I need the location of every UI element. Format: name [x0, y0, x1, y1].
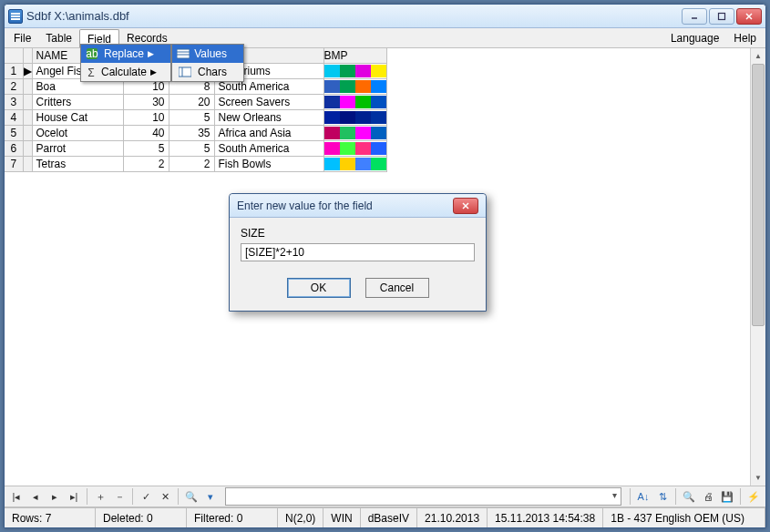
cell-size[interactable]: 30	[123, 95, 169, 110]
filter-icon[interactable]: ▾	[202, 488, 219, 505]
scroll-up-button[interactable]: ▲	[751, 48, 765, 64]
cell-size[interactable]: 5	[123, 141, 169, 157]
cell-bmp[interactable]	[323, 157, 386, 172]
rownum-header	[5, 48, 23, 64]
scroll-thumb[interactable]	[752, 64, 765, 326]
row-marker	[23, 79, 32, 95]
sort-toggle-icon[interactable]: ⇅	[654, 488, 671, 505]
table-row[interactable]: 4House Cat105New Orleans	[5, 110, 386, 126]
cell-bmp[interactable]	[323, 95, 386, 110]
row-number: 4	[5, 110, 23, 126]
menu-language[interactable]: Language	[663, 28, 726, 47]
delete-record-button[interactable]: －	[111, 488, 128, 505]
cell-area[interactable]: Fish Bowls	[214, 157, 323, 172]
sort-asc-icon[interactable]: A↓	[635, 488, 652, 505]
status-db: dBaseIV	[361, 508, 417, 527]
dialog-title: Enter new value for the field	[237, 200, 453, 212]
submenu-values[interactable]: Values	[172, 45, 243, 63]
svg-text:ab: ab	[87, 47, 99, 60]
cell-size[interactable]: 10	[123, 110, 169, 126]
statusbar: Rows: 7 Deleted: 0 Filtered: 0 N(2,0) WI…	[5, 507, 765, 527]
status-filtered: Filtered: 0	[187, 508, 278, 527]
first-record-button[interactable]: |◂	[8, 488, 25, 505]
status-date: 21.10.2013	[417, 508, 488, 527]
row-marker	[23, 110, 32, 126]
replace-submenu: Values Chars	[171, 44, 244, 82]
cancel-edit-button[interactable]: ✕	[157, 488, 173, 505]
last-record-button[interactable]: ▸|	[66, 488, 82, 505]
cell-weight[interactable]: 5	[169, 141, 214, 157]
cell-size[interactable]: 2	[123, 157, 169, 172]
cell-bmp[interactable]	[323, 64, 386, 79]
cell-area[interactable]: South America	[214, 141, 323, 157]
table-row[interactable]: 6Parrot55South America	[5, 141, 386, 157]
input-dialog: Enter new value for the field SIZE OK Ca…	[229, 193, 487, 312]
nav-toolbar: |◂ ◂ ▸ ▸| ＋ － ✓ ✕ 🔍 ▾ A↓ ⇅ 🔍 🖨 💾 ⚡	[5, 486, 765, 507]
cell-bmp[interactable]	[323, 110, 386, 126]
cell-weight[interactable]: 5	[169, 110, 214, 126]
chars-icon	[176, 65, 194, 79]
cell-bmp[interactable]	[323, 141, 386, 157]
col-header-bmp[interactable]: BMP	[323, 48, 386, 64]
vertical-scrollbar[interactable]: ▲ ▼	[750, 48, 765, 486]
submenu-arrow-icon: ▶	[148, 49, 154, 58]
cancel-button[interactable]: Cancel	[365, 278, 429, 298]
zoom-icon[interactable]: 🔍	[681, 488, 697, 505]
field-dropdown: ab Replace ▶ Σ Calculate ▶	[80, 44, 171, 82]
menu-file[interactable]: File	[6, 28, 38, 47]
export-icon[interactable]: 💾	[719, 488, 735, 505]
row-marker	[23, 126, 32, 141]
menu-replace[interactable]: ab Replace ▶	[81, 45, 170, 63]
cell-area[interactable]: New Orleans	[214, 110, 323, 126]
next-record-button[interactable]: ▸	[46, 488, 63, 505]
status-deleted: Deleted: 0	[96, 508, 187, 527]
table-row[interactable]: 7Tetras22Fish Bowls	[5, 157, 386, 172]
cell-size[interactable]: 40	[123, 126, 169, 141]
values-icon	[176, 46, 190, 61]
add-record-button[interactable]: ＋	[92, 488, 108, 505]
ok-button[interactable]: OK	[287, 278, 351, 298]
dialog-titlebar[interactable]: Enter new value for the field	[230, 194, 486, 218]
dialog-field-label: SIZE	[241, 227, 475, 240]
binoculars-icon[interactable]: 🔍	[183, 488, 200, 505]
cell-name[interactable]: Critters	[32, 95, 123, 110]
dialog-close-button[interactable]	[453, 198, 478, 214]
lightning-icon[interactable]: ⚡	[745, 488, 762, 505]
row-number: 5	[5, 126, 23, 141]
minimize-button[interactable]	[682, 8, 707, 25]
cell-area[interactable]: Screen Savers	[214, 95, 323, 110]
table-row[interactable]: 5Ocelot4035Africa and Asia	[5, 126, 386, 141]
row-number: 7	[5, 157, 23, 172]
cell-name[interactable]: Tetras	[32, 157, 123, 172]
status-os: WIN	[323, 508, 360, 527]
cell-name[interactable]: House Cat	[32, 110, 123, 126]
window-title: Sdbf X:\animals.dbf	[26, 9, 682, 23]
submenu-arrow-icon: ▶	[150, 67, 157, 77]
dialog-value-input[interactable]	[241, 243, 475, 261]
status-type: N(2,0)	[278, 508, 323, 527]
cell-name[interactable]: Ocelot	[32, 126, 123, 141]
maximize-button[interactable]	[709, 8, 734, 25]
prev-record-button[interactable]: ◂	[27, 488, 44, 505]
filter-input[interactable]	[225, 487, 621, 506]
scroll-down-button[interactable]: ▼	[751, 470, 765, 486]
cell-weight[interactable]: 2	[169, 157, 214, 172]
table-row[interactable]: 3Critters3020Screen Savers	[5, 95, 386, 110]
cell-bmp[interactable]	[323, 126, 386, 141]
menu-help[interactable]: Help	[726, 28, 764, 47]
cell-name[interactable]: Parrot	[32, 141, 123, 157]
row-marker	[23, 141, 32, 157]
print-icon[interactable]: 🖨	[700, 488, 716, 505]
cell-weight[interactable]: 35	[169, 126, 214, 141]
cell-weight[interactable]: 20	[169, 95, 214, 110]
apply-button[interactable]: ✓	[138, 488, 154, 505]
menu-calculate[interactable]: Σ Calculate ▶	[81, 63, 170, 81]
titlebar[interactable]: Sdbf X:\animals.dbf	[5, 5, 765, 28]
submenu-chars[interactable]: Chars	[172, 63, 243, 81]
menu-table[interactable]: Table	[38, 28, 79, 47]
cell-area[interactable]: Africa and Asia	[214, 126, 323, 141]
svg-rect-7	[177, 49, 190, 58]
row-marker	[23, 157, 32, 172]
cell-bmp[interactable]	[323, 79, 386, 95]
close-button[interactable]	[736, 8, 762, 25]
